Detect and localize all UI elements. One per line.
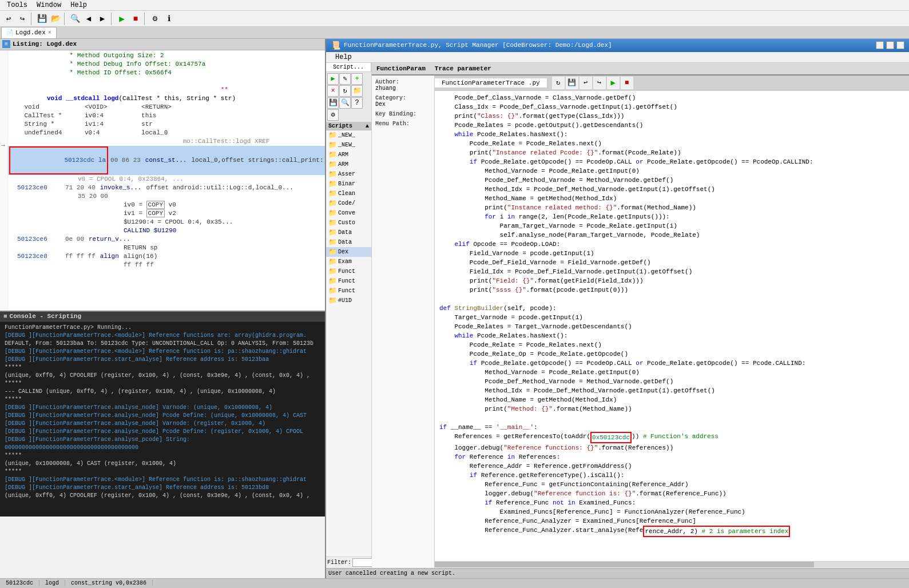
editor-tab-active[interactable]: FunctionParameterTrace .py	[435, 78, 547, 88]
folder-code[interactable]: 📁Code/	[326, 198, 371, 208]
py-line-def-sb: def StringBuilder(self, pcode):	[439, 304, 904, 313]
main-content: ≡ Listing: Logd.dex → * Method Outgoing …	[0, 39, 909, 578]
code-editor-panel: FunctionParameterTrace .py ↻ 💾 ↩ ↪ ▶ ■	[435, 76, 909, 568]
py-line-15: Param_Target_Varnode = Pcode_Relate.getI…	[439, 221, 904, 231]
py-line-17: elif Opcode == PcodeOp.LOAD:	[439, 240, 904, 249]
tb-undo[interactable]: ↩	[2, 13, 15, 25]
editor-hscrollbar[interactable]	[435, 561, 909, 568]
py-line-mvar2: Method_Varnode = Pcode_Relate.getInput(0…	[439, 368, 904, 377]
console-line-10: [DEBUG ][FunctionParameterTrace.analyse_…	[5, 404, 320, 412]
tb-save[interactable]: 💾	[35, 13, 48, 25]
status-message: User cancelled creating a new script.	[328, 570, 455, 577]
folder-funct1[interactable]: 📁Funct	[326, 267, 371, 276]
console-line-3: [DEBUG ][FunctionParameterTrace.<module>…	[5, 348, 320, 356]
search-script-btn[interactable]: 🔍	[339, 97, 351, 109]
console-line-1: [DEBUG ][FunctionParameterTrace.<module>…	[5, 332, 320, 340]
save-btn[interactable]: 💾	[327, 97, 339, 109]
left-panel: ≡ Listing: Logd.dex → * Method Outgoing …	[0, 39, 326, 578]
py-line-blank2	[439, 414, 904, 423]
code-area[interactable]: → * Method Outgoing Size: 2 * Method Deb…	[0, 50, 325, 311]
code-line-method-size: * Method Outgoing Size: 2	[8, 51, 325, 60]
tb-redo[interactable]: ↪	[16, 13, 29, 25]
folder-clean[interactable]: 📁Clean	[326, 189, 371, 198]
folder-data1[interactable]: 📁Data	[326, 228, 371, 237]
folder-arm1[interactable]: 📁ARM	[326, 150, 371, 160]
new-script-btn[interactable]: +	[351, 73, 363, 85]
help-btn[interactable]: ?	[351, 97, 363, 109]
folder-icon-arm1: 📁	[328, 150, 337, 159]
code-line-void: void <VOID> <RETURN>	[8, 103, 325, 112]
listing-title: Listing: Logd.dex	[13, 41, 77, 47]
run-script-btn[interactable]: ▶	[327, 73, 339, 85]
edit-script-btn[interactable]: ✎	[339, 73, 351, 85]
folder-conve[interactable]: 📁Conve	[326, 208, 371, 218]
folder-dex[interactable]: 📁Dex	[326, 247, 371, 257]
folder-funct2[interactable]: 📁Funct	[326, 276, 371, 286]
red-outlined-start: rence_Addr, 2) # 2 is parameters index	[643, 526, 790, 537]
menu-window[interactable]: Window	[32, 1, 66, 9]
folder-u1d[interactable]: 📁#U1D	[326, 296, 371, 305]
maximize-btn[interactable]: □	[886, 41, 894, 49]
menu-help[interactable]: Help	[66, 1, 92, 9]
script-help-menu[interactable]: Help	[331, 53, 356, 61]
code-line-50123ce0[interactable]: 50123ce0 71 20 40 invoke_s... offset and…	[8, 184, 325, 192]
delete-script-btn[interactable]: ×	[327, 85, 339, 97]
folder-data2[interactable]: 📁Data	[326, 237, 371, 247]
editor-undo-btn[interactable]: ↩	[579, 77, 592, 89]
tb-info[interactable]: ℹ	[162, 13, 175, 25]
python-editor[interactable]: Pcode_Def_Class_Varnode = Class_Varnode.…	[435, 91, 909, 561]
console-line-running: FunctionParameterTrace.py> Running...	[5, 324, 320, 332]
tb-settings[interactable]: ⚙	[149, 13, 161, 25]
folder-icon-dex: 📁	[328, 248, 337, 256]
tab-logd-dex[interactable]: 📄 Logd.dex ×	[1, 27, 57, 38]
folder-icon-arm2: 📁	[328, 160, 337, 169]
filter-label: Filter:	[327, 559, 351, 566]
folder-new2[interactable]: 📁_NEW_	[326, 140, 371, 150]
editor-save-disk-btn[interactable]: 💾	[566, 77, 578, 89]
code-line-50123cdc[interactable]: 50123cdc la 00 86 23 const_st... local_0…	[8, 146, 325, 175]
folder-exam[interactable]: 📁Exam	[326, 257, 371, 267]
editor-run-btn[interactable]: ▶	[607, 77, 620, 89]
status-address: 50123cdc	[0, 580, 39, 586]
tb-run[interactable]: ▶	[116, 13, 128, 25]
folder-asser[interactable]: 📁Asser	[326, 169, 371, 179]
folder-binar[interactable]: 📁Binar	[326, 179, 371, 189]
editor-redo-btn[interactable]: ↪	[593, 77, 606, 89]
tb-search[interactable]: 🔍	[69, 13, 81, 25]
tb-open[interactable]: 📂	[49, 13, 62, 25]
py-line-references: References = getReferencesTo(toAddr(0x50…	[439, 432, 904, 443]
folder-new1[interactable]: 📁_NEW_	[326, 130, 371, 140]
main-toolbar: ↩ ↪ 💾 📂 🔍 ◀ ▶ ▶ ■ ⚙ ℹ	[0, 11, 909, 26]
folder-label-funct2: Funct	[338, 278, 355, 284]
folder-icon-funct2: 📁	[328, 277, 337, 285]
editor-hscroll-thumb[interactable]	[435, 562, 814, 567]
menu-tools[interactable]: Tools	[2, 1, 32, 9]
folder-arm2[interactable]: 📁ARM	[326, 160, 371, 169]
console-line-20: (unique, 0xff0, 4) CPOOLREF (register, 0…	[5, 492, 320, 500]
refresh-btn[interactable]: ↻	[339, 85, 351, 97]
script-manager-body: Script... ▶ ✎ + × ↻ 📁 💾 🔍 ? ⚙	[326, 63, 909, 568]
script-folder-list[interactable]: Scripts ▲ 📁_NEW_ 📁_NEW_ 📁ARM 📁ARM 📁Asser…	[326, 122, 371, 557]
console-area[interactable]: ■ Console - Scripting FunctionParameterT…	[0, 311, 325, 517]
editor-toolbar: ↻ 💾 ↩ ↪ ▶ ■	[547, 76, 638, 90]
code-line-50123ce6[interactable]: 50123ce6 0e 00 return_v...	[8, 235, 325, 244]
minimize-btn[interactable]: ─	[876, 41, 884, 49]
tb-stop[interactable]: ■	[129, 13, 142, 25]
editor-stop-btn[interactable]: ■	[621, 77, 633, 89]
settings-script-btn[interactable]: ⚙	[327, 109, 339, 121]
console-line-15: *****	[5, 452, 320, 460]
listing-header: ≡ Listing: Logd.dex	[0, 39, 325, 50]
folder-custo[interactable]: 📁Custo	[326, 218, 371, 228]
tb-forward[interactable]: ▶	[96, 13, 109, 25]
code-line-50123ce8[interactable]: 50123ce8 ff ff ff align align(16)	[8, 252, 325, 261]
tab-close-btn[interactable]: ×	[48, 30, 51, 36]
tb-back[interactable]: ◀	[82, 13, 95, 25]
py-line-14: for i in range(2, len(Pcode_Relate.getIn…	[439, 212, 904, 221]
folder-btn[interactable]: 📁	[351, 85, 363, 97]
script-tab-script[interactable]: Script...	[326, 63, 371, 71]
editor-refresh-btn[interactable]: ↻	[552, 77, 565, 89]
close-btn[interactable]: ×	[896, 41, 904, 49]
console-line-16: (unique, 0x10000008, 4) CAST (register, …	[5, 460, 320, 468]
folder-label-funct3: Funct	[338, 288, 355, 294]
folder-funct3[interactable]: 📁Funct	[326, 286, 371, 296]
